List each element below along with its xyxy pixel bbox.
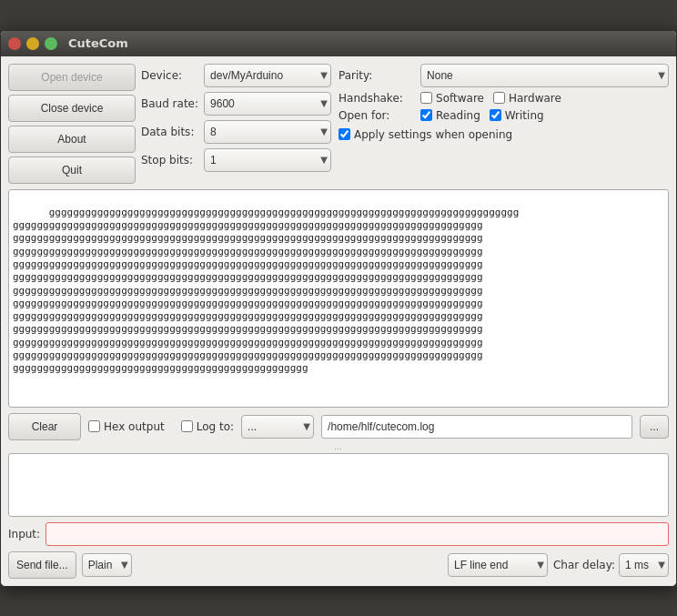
send-controls: Send file... Plain ▼ LF line end ▼ Char … — [8, 551, 669, 579]
writing-checkbox-label[interactable]: Writing — [490, 109, 544, 122]
apply-settings-label[interactable]: Apply settings when opening — [338, 128, 512, 141]
databits-combo-wrapper: 8 ▼ — [204, 120, 331, 144]
open-for-label: Open for: — [338, 109, 411, 122]
titlebar: CuteCom — [1, 31, 676, 56]
log-to-label: Log to: — [197, 420, 234, 433]
char-delay-label: Char delay: — [553, 559, 615, 571]
input-field[interactable] — [45, 522, 669, 546]
apply-settings-checkbox[interactable] — [338, 128, 350, 140]
writing-checkbox[interactable] — [490, 109, 501, 121]
software-checkbox[interactable] — [420, 92, 432, 104]
main-content: Open device Close device About Quit Devi… — [1, 56, 676, 586]
reading-checkbox[interactable] — [420, 109, 432, 121]
char-delay-select[interactable]: 1 ms — [619, 553, 669, 577]
format-combo-wrapper: Plain ▼ — [82, 553, 132, 577]
software-label: Software — [436, 92, 484, 105]
parity-select[interactable]: None — [420, 64, 669, 87]
close-window-button[interactable] — [8, 37, 21, 50]
input-row: Input: — [8, 522, 669, 546]
baud-select[interactable]: 9600 — [204, 92, 331, 116]
log-path-input[interactable] — [321, 415, 632, 439]
char-delay-combo-wrapper: 1 ms ▼ — [619, 553, 669, 577]
stopbits-combo-wrapper: 1 ▼ — [204, 148, 331, 172]
device-combo-wrapper: dev/MyArduino ▼ — [204, 64, 331, 87]
left-buttons: Open device Close device About Quit — [8, 64, 136, 184]
databits-select[interactable]: 8 — [204, 120, 331, 144]
char-delay-section: Char delay: 1 ms ▼ — [553, 553, 669, 577]
log-format-select[interactable]: ... — [241, 415, 314, 439]
lf-line-end-select[interactable]: LF line end — [448, 553, 548, 577]
log-format-combo-wrapper: ... ▼ — [241, 415, 314, 439]
hardware-checkbox-label[interactable]: Hardware — [493, 92, 561, 105]
lf-line-end-combo-wrapper: LF line end ▼ — [448, 553, 548, 577]
apply-settings-text: Apply settings when opening — [354, 128, 512, 141]
writing-label: Writing — [505, 109, 544, 122]
quit-button[interactable]: Quit — [8, 157, 136, 184]
log-to-checkbox-label[interactable]: Log to: — [181, 420, 234, 433]
software-checkbox-label[interactable]: Software — [420, 92, 484, 105]
top-section: Open device Close device About Quit Devi… — [8, 64, 669, 184]
baud-label: Baud rate: — [141, 97, 198, 110]
divider-handle[interactable]: ⋯ — [8, 446, 669, 453]
hex-output-checkbox[interactable] — [88, 420, 100, 432]
reading-label: Reading — [436, 109, 480, 122]
open-device-button[interactable]: Open device — [8, 64, 136, 91]
baud-combo-wrapper: 9600 ▼ — [204, 92, 331, 116]
window-title: CuteCom — [68, 36, 128, 50]
stopbits-select[interactable]: 1 — [204, 148, 331, 172]
open-for-row: Open for: Reading Writing — [338, 109, 669, 122]
handshake-label: Handshake: — [338, 92, 411, 105]
send-file-button[interactable]: Send file... — [8, 551, 76, 579]
handshake-row: Handshake: Software Hardware — [338, 92, 669, 105]
apply-settings-row: Apply settings when opening — [338, 126, 669, 141]
device-label: Device: — [141, 69, 198, 82]
terminal-content: gggggggggggggggggggggggggggggggggggggggg… — [13, 207, 519, 375]
parity-combo-wrapper: None ▼ — [420, 64, 669, 87]
reading-checkbox-label[interactable]: Reading — [420, 109, 480, 122]
close-device-button[interactable]: Close device — [8, 95, 136, 122]
browse-button[interactable]: ... — [640, 415, 669, 439]
bottom-toolbar: Clear Hex output Log to: ... ▼ ... — [8, 413, 669, 440]
about-button[interactable]: About — [8, 126, 136, 153]
databits-label: Data bits: — [141, 126, 198, 138]
input-label: Input: — [8, 528, 40, 540]
minimize-window-button[interactable] — [26, 37, 39, 50]
stopbits-label: Stop bits: — [141, 154, 198, 167]
parity-label: Parity: — [338, 69, 411, 82]
hardware-checkbox[interactable] — [493, 92, 505, 104]
terminal-output[interactable]: gggggggggggggggggggggggggggggggggggggggg… — [8, 189, 669, 408]
log-to-checkbox[interactable] — [181, 420, 193, 432]
clear-button[interactable]: Clear — [8, 413, 81, 440]
device-select[interactable]: dev/MyArduino — [204, 64, 331, 87]
format-select[interactable]: Plain — [82, 553, 132, 577]
hex-output-label: Hex output — [104, 420, 165, 433]
device-settings: Device: dev/MyArduino ▼ Baud rate: 9600 — [141, 64, 331, 172]
device-section: Device: dev/MyArduino ▼ Baud rate: 9600 — [141, 64, 669, 172]
hardware-label: Hardware — [509, 92, 561, 105]
parity-row: Parity: None ▼ — [338, 64, 669, 87]
right-panel: Parity: None ▼ Handshake: — [338, 64, 669, 141]
hex-output-checkbox-label[interactable]: Hex output — [88, 420, 165, 433]
input-area — [8, 453, 669, 517]
main-window: CuteCom Open device Close device About Q… — [0, 30, 677, 587]
maximize-window-button[interactable] — [45, 37, 57, 50]
